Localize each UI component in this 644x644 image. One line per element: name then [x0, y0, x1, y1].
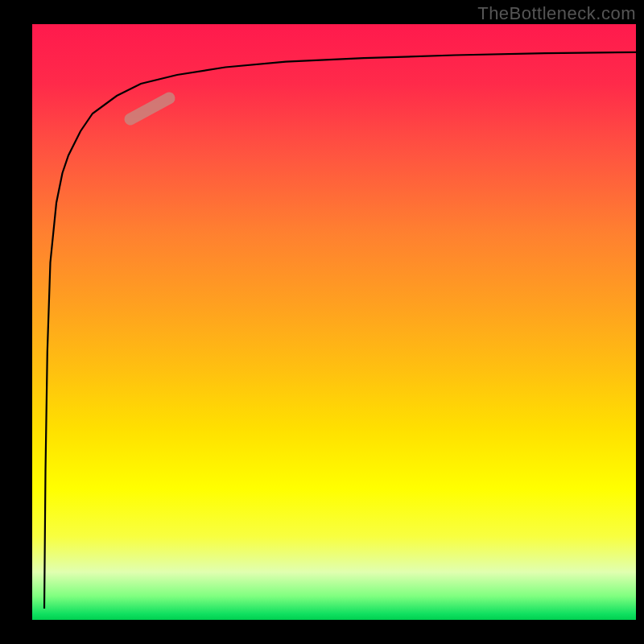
chart-container: TheBottleneck.com — [0, 0, 644, 644]
curve-svg — [32, 24, 636, 620]
plot-area — [32, 24, 636, 620]
highlight-segment — [130, 98, 169, 119]
watermark-text: TheBottleneck.com — [477, 3, 636, 24]
curve-path — [44, 52, 636, 609]
